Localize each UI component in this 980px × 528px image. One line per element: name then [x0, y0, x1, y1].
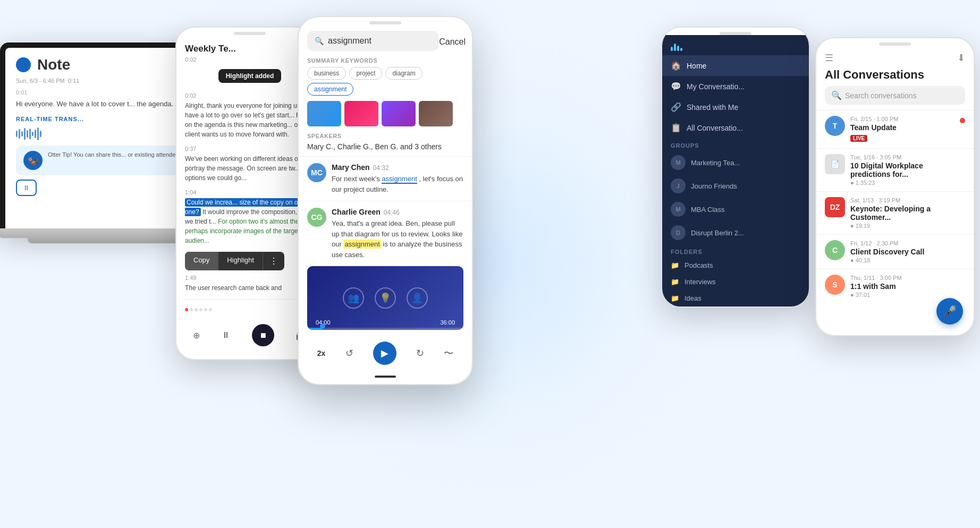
rewind-icon[interactable]: ↺ — [345, 347, 353, 359]
phone-center: 🔍 assignment Cancel SUMMARY KEYWORDS bus… — [298, 16, 473, 385]
conv-item-team-update[interactable]: T Fri, 2/15 · 1:00 PM Team Update LIVE — [816, 110, 974, 148]
group-marketing[interactable]: M Marketing Tea... — [662, 151, 809, 174]
video-progress-bar — [307, 328, 463, 330]
waveform-icon[interactable]: 〜 — [444, 347, 453, 360]
transcript-block-1: 0:02 Alright, thank you everyone for joi… — [185, 92, 315, 139]
wave-1 — [16, 131, 18, 137]
media-controls: 2x ↺ ▶ ↻ 〜 — [299, 336, 472, 373]
audio-dots — [185, 308, 212, 311]
conv-avatar-keynote: DZ — [825, 197, 845, 217]
download-icon[interactable]: ⬇ — [957, 52, 965, 64]
hamburger-icon[interactable]: ☰ — [825, 52, 833, 64]
cancel-button[interactable]: Cancel — [439, 37, 466, 47]
folder-podcasts[interactable]: 📁 Podcasts — [662, 257, 809, 274]
otter-logo-bars — [18, 61, 29, 69]
phone-center-shell: 🔍 assignment Cancel SUMMARY KEYWORDS bus… — [298, 16, 473, 385]
otter-logo: Note — [16, 56, 70, 73]
mic-fab-button[interactable]: 🎤 — [936, 298, 963, 325]
speakers-names: Mary C., Charlie G., Ben G. and 3 others — [307, 142, 463, 151]
conv-avatar-client: C — [825, 240, 845, 260]
ts-4: 1:49 — [185, 275, 315, 281]
thumb-4[interactable] — [419, 101, 453, 126]
folder-ideas[interactable]: 📁 Ideas — [662, 290, 809, 306]
nav-bar-1 — [671, 47, 673, 51]
ctx-more-button[interactable]: ⋮ — [263, 252, 284, 270]
search-input[interactable]: assignment — [328, 36, 432, 46]
nav-sidebar: 🏠 Home 💬 My Conversatio... 🔗 Shared with… — [662, 35, 809, 306]
scene: Note Sun, 6/3 - 6:46 PM 0:11 0:01 Hi eve… — [0, 0, 980, 528]
folder-label-ideas: Ideas — [685, 294, 702, 302]
transcript-text-1: Alright, thank you everyone for joining … — [185, 101, 315, 139]
wave-5 — [27, 130, 28, 138]
context-menu: Copy Highlight ⋮ — [185, 252, 284, 270]
conv-name-team: Team Update — [850, 123, 954, 132]
group-disrupt[interactable]: D Disrupt Berlin 2... — [662, 221, 809, 244]
conv-dur-digital: ● 1:35:23 — [850, 180, 965, 186]
conv-search-bar[interactable]: 🔍 Search conversations — [825, 86, 965, 105]
audio-player: 1:52 — [185, 299, 315, 320]
conv-name-keynote: Keynote: Developing a Customer... — [850, 205, 965, 222]
forward-icon[interactable]: ↻ — [416, 347, 424, 359]
home-nav-icon: 🏠 — [671, 61, 681, 71]
video-overlay: 👥 💡 👤 — [343, 287, 428, 309]
folder-icon-interviews: 📁 — [671, 278, 679, 286]
thumb-1[interactable] — [307, 101, 341, 126]
conv-dur-sam: ● 37:01 — [850, 292, 965, 298]
highlight-toast: Highlight added — [218, 69, 282, 83]
speakers-section: Mary C., Charlie G., Ben G. and 3 others — [307, 142, 463, 151]
conv-item-keynote[interactable]: DZ Sat, 1/13 · 3:19 PM Keynote: Developi… — [816, 191, 974, 234]
chip-project[interactable]: project — [349, 67, 382, 80]
folders-section-label: FOLDERS — [662, 244, 809, 257]
conv-item-digital[interactable]: 📄 Tue, 1/16 · 3:05 PM 10 Digital Workpla… — [816, 148, 974, 191]
chip-assignment[interactable]: assignment — [307, 83, 353, 96]
thumb-2[interactable] — [344, 101, 378, 126]
group-mba[interactable]: M MBA Class — [662, 198, 809, 221]
chip-business[interactable]: business — [307, 67, 346, 80]
wave-3 — [21, 131, 23, 137]
conv-content-client: Fri, 1/12 · 2:30 PM Client Discovery Cal… — [850, 240, 965, 263]
pause-icon-player[interactable]: ⏸ — [222, 330, 230, 340]
nav-item-home[interactable]: 🏠 Home — [662, 55, 809, 76]
group-avatar-journo: J — [671, 178, 686, 193]
add-person-icon[interactable]: ⊕ — [193, 330, 200, 340]
wave-8 — [35, 130, 36, 138]
conv-name-client: Client Discovery Call — [850, 248, 965, 256]
search-bar[interactable]: 🔍 assignment — [307, 31, 439, 51]
nav-item-shared[interactable]: 🔗 Shared with Me — [662, 97, 809, 117]
conv-date-digital: Tue, 1/16 · 3:05 PM — [850, 154, 965, 160]
nav-item-myconv[interactable]: 💬 My Conversatio... — [662, 76, 809, 97]
transcript-block-3: 1:04 Could we increa... size of the copy… — [185, 189, 315, 245]
pause-button[interactable]: II — [16, 180, 37, 196]
wave-2 — [19, 129, 20, 139]
ts-1: 0:02 — [185, 92, 315, 99]
folder-interviews[interactable]: 📁 Interviews — [662, 274, 809, 290]
group-label-journo: Journo Friends — [691, 182, 737, 190]
wave-10 — [40, 131, 41, 137]
video-icon-1: 👥 — [343, 287, 364, 309]
nav-label-allconv: All Conversatio... — [687, 124, 743, 132]
record-button[interactable]: ⏹ — [252, 324, 274, 346]
play-button[interactable]: ▶ — [373, 342, 396, 365]
thumb-3[interactable] — [382, 101, 416, 126]
copy-button[interactable]: Copy — [185, 252, 218, 270]
chip-diagram[interactable]: diagram — [385, 67, 422, 80]
logo-bar-1 — [18, 64, 20, 69]
group-avatar-marketing: M — [671, 155, 686, 170]
video-thumbnail[interactable]: 👥 💡 👤 04:00 36:00 — [307, 266, 463, 330]
highlight-toast-container: Highlight added — [185, 69, 315, 87]
conv-item-client[interactable]: C Fri, 1/12 · 2:30 PM Client Discovery C… — [816, 234, 974, 269]
group-journo[interactable]: J Journo Friends — [662, 174, 809, 198]
logo-bar-4 — [27, 65, 29, 69]
highlight-button[interactable]: Highlight — [218, 252, 263, 270]
nav-item-allconv[interactable]: 📋 All Conversatio... — [662, 117, 809, 138]
speed-label[interactable]: 2x — [317, 349, 326, 357]
nav-header — [662, 35, 809, 55]
conv-search-input[interactable]: Search conversations — [845, 91, 917, 100]
group-avatar-mba: M — [671, 202, 686, 217]
player-controls: ⊕ ⏸ ⏹ 📷 — [185, 320, 315, 351]
video-times: 04:00 36:00 — [316, 319, 455, 326]
conv-date-sam: Thu, 1/11 · 3:00 PM — [850, 275, 965, 281]
msg-text-mary: For next week's assignment , let's focus… — [332, 174, 463, 194]
group-label-mba: MBA Class — [691, 206, 725, 214]
transcript-text-2: We've been working on different ideas on… — [185, 154, 315, 183]
